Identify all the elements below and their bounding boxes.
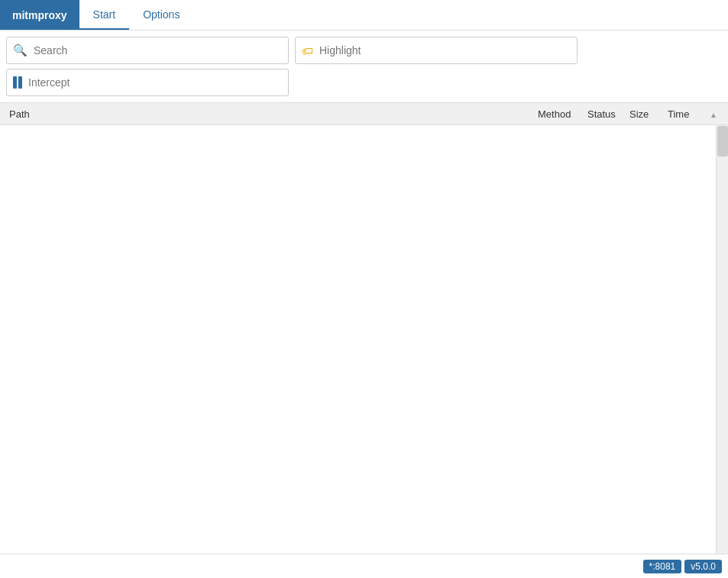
highlight-box: 🏷 (295, 37, 578, 64)
intercept-icon (13, 76, 22, 89)
footer: *:8081 v5.0.0 (0, 554, 728, 578)
highlight-input[interactable] (319, 44, 571, 57)
column-status: Status (587, 108, 629, 120)
intercept-input[interactable] (28, 76, 282, 89)
column-time: Time (668, 108, 710, 120)
port-badge: *:8081 (643, 560, 682, 573)
column-method: Method (538, 108, 587, 120)
table-header: Path Method Status Size Time ▲ (0, 102, 728, 125)
brand-logo: mitmproxy (0, 0, 79, 30)
search-input[interactable] (34, 44, 282, 57)
column-size: Size (629, 108, 668, 120)
tag-icon: 🏷 (302, 44, 313, 57)
tab-start[interactable]: Start (79, 0, 130, 30)
version-badge: v5.0.0 (684, 560, 722, 573)
search-box: 🔍 (6, 37, 289, 64)
header-scroll-spacer: ▲ (710, 108, 722, 120)
intercept-box (6, 69, 289, 96)
search-icon: 🔍 (13, 44, 28, 57)
column-path: Path (6, 108, 538, 120)
navbar: mitmproxy Start Options (0, 0, 728, 31)
tab-options[interactable]: Options (129, 0, 193, 30)
scrollbar-track[interactable] (716, 125, 728, 554)
toolbar-row1: 🔍 🏷 (0, 31, 728, 64)
toolbar-row2 (0, 64, 728, 102)
flow-list (0, 125, 728, 554)
scrollbar-thumb[interactable] (717, 126, 728, 157)
